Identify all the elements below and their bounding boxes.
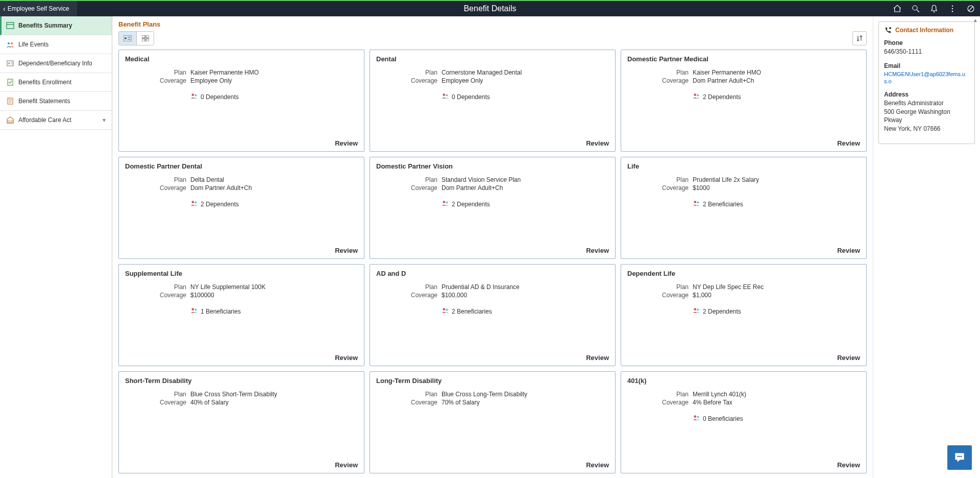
card-title: Supplemental Life: [125, 270, 358, 277]
people-icon: [190, 200, 199, 208]
dependents-row: 0 Dependents: [442, 92, 609, 101]
benefit-card: MedicalPlanKaiser Permanente HMOCoverage…: [118, 50, 364, 152]
review-button[interactable]: Review: [837, 456, 860, 469]
svg-point-46: [443, 308, 445, 310]
benefit-card: Short-Term DisabilityPlanBlue Cross Shor…: [118, 371, 364, 473]
benefit-card: 401(k)PlanMerrill Lynch 401(k)Coverage4%…: [621, 371, 867, 473]
bell-icon[interactable]: [925, 1, 943, 16]
sidebar-item-label: Benefits Summary: [18, 22, 72, 29]
chat-fab[interactable]: [947, 445, 972, 470]
svg-point-48: [694, 308, 696, 310]
coverage-value: 70% of Salary: [442, 399, 609, 406]
sidebar-item-benefits-enrollment[interactable]: Benefits Enrollment: [0, 73, 112, 92]
svg-point-53: [957, 456, 959, 457]
review-button[interactable]: Review: [837, 242, 860, 254]
coverage-value: 4% Before Tax: [693, 399, 860, 406]
people-icon: [190, 307, 199, 316]
review-button[interactable]: Review: [586, 456, 609, 469]
menu-dots-icon[interactable]: [943, 1, 962, 16]
card-view-button[interactable]: [119, 32, 136, 45]
svg-rect-31: [146, 39, 149, 41]
plan-label: Plan: [125, 283, 186, 291]
coverage-value: Employee Only: [442, 77, 609, 84]
coverage-label: Coverage: [376, 399, 437, 406]
svg-point-41: [446, 201, 448, 203]
dependents-text: 2 Beneficiaries: [703, 201, 743, 208]
review-button[interactable]: Review: [586, 242, 609, 254]
plan-value: Merrill Lynch 401(k): [693, 391, 860, 398]
dependents-text: 2 Dependents: [452, 201, 490, 208]
plan-label: Plan: [627, 283, 689, 291]
address-label: Address: [884, 91, 969, 98]
sidebar-item-life-events[interactable]: Life Events: [0, 35, 112, 54]
svg-point-45: [194, 308, 197, 310]
grid-view-button[interactable]: [136, 32, 154, 45]
card-title: AD and D: [376, 270, 609, 277]
people-icon: [442, 307, 450, 316]
dependents-text: 0 Dependents: [201, 93, 239, 101]
coverage-value: Dom Partner Adult+Ch: [190, 184, 358, 192]
svg-point-39: [194, 201, 197, 203]
svg-point-34: [443, 93, 445, 96]
svg-point-10: [11, 42, 13, 44]
coverage-label: Coverage: [376, 292, 437, 299]
plan-value: Standard Vision Service Plan: [442, 176, 609, 183]
sidebar: Benefits Summary Life Events Dependent/B…: [0, 16, 112, 478]
plan-value: Blue Cross Short-Term Disabilty: [190, 391, 358, 398]
email-link[interactable]: HCMGENUser1@ap6023fems.us.o: [884, 71, 965, 84]
svg-point-55: [961, 456, 962, 457]
sidebar-item-dependent-info[interactable]: Dependent/Beneficiary Info: [0, 54, 112, 73]
review-button[interactable]: Review: [335, 456, 358, 469]
plan-label: Plan: [376, 283, 437, 291]
dependents-text: 2 Dependents: [703, 93, 741, 101]
plan-label: Plan: [627, 69, 689, 76]
search-icon[interactable]: [906, 1, 925, 16]
prohibit-icon[interactable]: [962, 1, 980, 16]
benefit-card: LifePlanPrudential Life 2x SalaryCoverag…: [621, 157, 867, 259]
svg-point-35: [446, 94, 448, 96]
people-icon: [693, 307, 701, 316]
dependents-text: 2 Dependents: [703, 308, 741, 315]
review-button[interactable]: Review: [837, 134, 860, 147]
coverage-value: Dom Partner Adult+Ch: [693, 77, 860, 84]
coverage-value: $100000: [190, 292, 358, 299]
review-button[interactable]: Review: [586, 349, 609, 362]
statements-icon: [6, 97, 14, 105]
coverage-label: Coverage: [627, 399, 689, 406]
card-title: Domestic Partner Medical: [627, 55, 860, 63]
svg-point-32: [191, 93, 194, 96]
plan-label: Plan: [376, 176, 437, 183]
back-button[interactable]: ‹ Employee Self Service: [0, 1, 77, 16]
review-button[interactable]: Review: [335, 349, 358, 362]
svg-point-47: [446, 308, 448, 310]
back-label: Employee Self Service: [8, 5, 69, 12]
contact-header: Contact Information: [884, 26, 969, 34]
coverage-label: Coverage: [376, 184, 437, 192]
home-icon[interactable]: [888, 1, 906, 16]
svg-line-1: [917, 10, 919, 12]
dependents-text: 2 Beneficiaries: [452, 308, 492, 315]
sidebar-item-label: Benefits Enrollment: [18, 79, 71, 86]
review-button[interactable]: Review: [586, 134, 609, 147]
sort-button[interactable]: [852, 31, 867, 45]
coverage-label: Coverage: [125, 292, 186, 299]
sidebar-item-label: Benefit Statements: [18, 98, 70, 105]
dependents-row: 2 Beneficiaries: [693, 200, 860, 208]
sidebar-item-benefits-summary[interactable]: Benefits Summary: [0, 16, 112, 35]
scroll-up-icon[interactable]: ▲: [973, 17, 978, 23]
review-button[interactable]: Review: [335, 134, 358, 147]
review-button[interactable]: Review: [837, 349, 860, 362]
cards-grid: MedicalPlanKaiser Permanente HMOCoverage…: [118, 50, 867, 473]
benefit-card: AD and DPlanPrudential AD & D InsuranceC…: [370, 264, 616, 366]
dependent-icon: [6, 59, 14, 67]
topbar: ‹ Employee Self Service Benefit Details: [0, 0, 980, 16]
dependents-row: 2 Dependents: [190, 200, 358, 208]
plan-label: Plan: [125, 391, 186, 398]
people-icon: [693, 414, 701, 423]
review-button[interactable]: Review: [335, 242, 358, 254]
svg-point-37: [697, 94, 699, 96]
coverage-label: Coverage: [376, 77, 437, 84]
sidebar-item-benefit-statements[interactable]: Benefit Statements: [0, 92, 112, 111]
svg-point-51: [697, 416, 699, 418]
sidebar-item-aca[interactable]: Affordable Care Act ▾: [0, 111, 112, 130]
